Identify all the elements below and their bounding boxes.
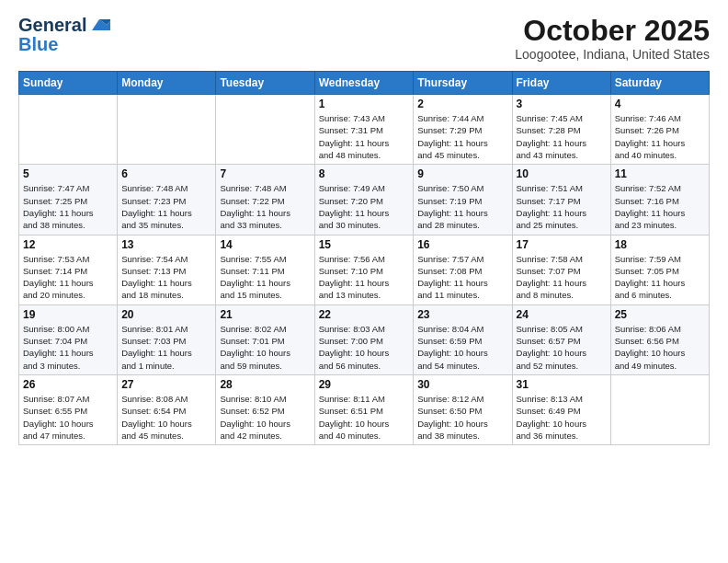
calendar-cell: 22Sunrise: 8:03 AMSunset: 7:00 PMDayligh… [314,304,414,374]
header-friday: Friday [512,72,610,95]
day-number: 14 [220,238,310,251]
calendar-cell: 6Sunrise: 7:48 AMSunset: 7:23 PMDaylight… [118,165,216,235]
day-number: 1 [319,98,410,110]
calendar-cell: 9Sunrise: 7:50 AMSunset: 7:19 PMDaylight… [414,165,512,235]
header-saturday: Saturday [610,72,709,95]
day-info: Sunrise: 7:48 AMSunset: 7:22 PMDaylight:… [220,182,310,231]
day-number: 25 [615,308,705,321]
day-number: 13 [121,238,211,251]
calendar-cell: 13Sunrise: 7:54 AMSunset: 7:13 PMDayligh… [118,235,216,304]
day-number: 23 [417,308,507,321]
day-info: Sunrise: 8:04 AMSunset: 6:59 PMDaylight:… [417,323,507,372]
day-info: Sunrise: 7:52 AMSunset: 7:16 PMDaylight:… [615,182,705,231]
day-number: 30 [417,378,507,391]
calendar-header-row: Sunday Monday Tuesday Wednesday Thursday… [19,72,710,95]
day-number: 18 [615,238,705,251]
day-info: Sunrise: 7:43 AMSunset: 7:31 PMDaylight:… [319,112,410,161]
calendar-cell [19,95,118,165]
calendar-cell: 23Sunrise: 8:04 AMSunset: 6:59 PMDayligh… [414,304,512,374]
day-info: Sunrise: 8:08 AMSunset: 6:54 PMDaylight:… [121,393,211,442]
day-number: 29 [319,378,410,391]
calendar-cell: 7Sunrise: 7:48 AMSunset: 7:22 PMDaylight… [216,165,314,235]
calendar-cell: 17Sunrise: 7:58 AMSunset: 7:07 PMDayligh… [512,235,610,304]
calendar-cell: 15Sunrise: 7:56 AMSunset: 7:10 PMDayligh… [314,235,414,304]
day-number: 16 [417,238,507,251]
day-number: 20 [121,308,211,321]
calendar-cell: 27Sunrise: 8:08 AMSunset: 6:54 PMDayligh… [118,374,216,444]
day-number: 21 [220,308,310,321]
week-row-3: 12Sunrise: 7:53 AMSunset: 7:14 PMDayligh… [19,235,710,304]
calendar-cell: 11Sunrise: 7:52 AMSunset: 7:16 PMDayligh… [610,165,709,235]
day-number: 2 [417,98,507,110]
day-info: Sunrise: 7:44 AMSunset: 7:29 PMDaylight:… [417,112,507,161]
day-number: 3 [517,98,607,110]
day-number: 4 [615,98,705,110]
day-info: Sunrise: 7:50 AMSunset: 7:19 PMDaylight:… [417,182,507,231]
day-number: 6 [121,167,211,180]
day-info: Sunrise: 7:51 AMSunset: 7:17 PMDaylight:… [517,182,607,231]
day-number: 8 [319,167,410,180]
calendar-cell: 8Sunrise: 7:49 AMSunset: 7:20 PMDaylight… [314,165,414,235]
day-number: 9 [417,167,507,180]
day-number: 7 [220,167,310,180]
calendar-cell: 4Sunrise: 7:46 AMSunset: 7:26 PMDaylight… [610,95,709,165]
day-number: 27 [121,378,211,391]
calendar-cell: 19Sunrise: 8:00 AMSunset: 7:04 PMDayligh… [19,304,118,374]
calendar-cell: 12Sunrise: 7:53 AMSunset: 7:14 PMDayligh… [19,235,118,304]
header-thursday: Thursday [414,72,512,95]
day-info: Sunrise: 7:45 AMSunset: 7:28 PMDaylight:… [517,112,607,161]
calendar-cell: 26Sunrise: 8:07 AMSunset: 6:55 PMDayligh… [19,374,118,444]
calendar-cell: 5Sunrise: 7:47 AMSunset: 7:25 PMDaylight… [19,165,118,235]
day-info: Sunrise: 8:03 AMSunset: 7:00 PMDaylight:… [319,323,410,372]
week-row-5: 26Sunrise: 8:07 AMSunset: 6:55 PMDayligh… [19,374,710,444]
calendar-cell: 20Sunrise: 8:01 AMSunset: 7:03 PMDayligh… [118,304,216,374]
logo-general: General [18,15,86,36]
day-info: Sunrise: 7:47 AMSunset: 7:25 PMDaylight:… [23,182,113,231]
calendar-cell: 21Sunrise: 8:02 AMSunset: 7:01 PMDayligh… [216,304,314,374]
calendar-cell: 10Sunrise: 7:51 AMSunset: 7:17 PMDayligh… [512,165,610,235]
logo-icon [88,17,110,34]
day-info: Sunrise: 7:48 AMSunset: 7:23 PMDaylight:… [121,182,211,231]
day-number: 12 [23,238,113,251]
calendar-table: Sunday Monday Tuesday Wednesday Thursday… [18,71,710,445]
header: General Blue October 2025 Loogootee, Ind… [18,15,710,62]
day-info: Sunrise: 7:54 AMSunset: 7:13 PMDaylight:… [121,253,211,302]
day-info: Sunrise: 8:06 AMSunset: 6:56 PMDaylight:… [615,323,705,372]
day-info: Sunrise: 8:11 AMSunset: 6:51 PMDaylight:… [319,393,410,442]
week-row-1: 1Sunrise: 7:43 AMSunset: 7:31 PMDaylight… [19,95,710,165]
logo-blue: Blue [18,34,58,55]
day-number: 17 [517,238,607,251]
day-info: Sunrise: 8:10 AMSunset: 6:52 PMDaylight:… [220,393,310,442]
day-info: Sunrise: 7:58 AMSunset: 7:07 PMDaylight:… [517,253,607,302]
day-info: Sunrise: 8:02 AMSunset: 7:01 PMDaylight:… [220,323,310,372]
calendar-cell: 30Sunrise: 8:12 AMSunset: 6:50 PMDayligh… [414,374,512,444]
day-info: Sunrise: 7:57 AMSunset: 7:08 PMDaylight:… [417,253,507,302]
page: General Blue October 2025 Loogootee, Ind… [0,0,728,563]
calendar-cell: 18Sunrise: 7:59 AMSunset: 7:05 PMDayligh… [610,235,709,304]
header-monday: Monday [118,72,216,95]
day-info: Sunrise: 7:59 AMSunset: 7:05 PMDaylight:… [615,253,705,302]
calendar-cell: 16Sunrise: 7:57 AMSunset: 7:08 PMDayligh… [414,235,512,304]
calendar-cell [216,95,314,165]
title-area: October 2025 Loogootee, Indiana, United … [515,15,710,62]
day-info: Sunrise: 8:00 AMSunset: 7:04 PMDaylight:… [23,323,113,372]
day-info: Sunrise: 7:56 AMSunset: 7:10 PMDaylight:… [319,253,410,302]
day-number: 19 [23,308,113,321]
day-number: 15 [319,238,410,251]
calendar-cell: 29Sunrise: 8:11 AMSunset: 6:51 PMDayligh… [314,374,414,444]
day-number: 26 [23,378,113,391]
calendar-cell: 31Sunrise: 8:13 AMSunset: 6:49 PMDayligh… [512,374,610,444]
day-info: Sunrise: 7:49 AMSunset: 7:20 PMDaylight:… [319,182,410,231]
day-number: 24 [517,308,607,321]
day-number: 5 [23,167,113,180]
calendar-cell: 1Sunrise: 7:43 AMSunset: 7:31 PMDaylight… [314,95,414,165]
day-info: Sunrise: 8:05 AMSunset: 6:57 PMDaylight:… [517,323,607,372]
calendar-cell: 2Sunrise: 7:44 AMSunset: 7:29 PMDaylight… [414,95,512,165]
day-info: Sunrise: 8:13 AMSunset: 6:49 PMDaylight:… [517,393,607,442]
month-title: October 2025 [515,15,710,47]
day-info: Sunrise: 7:55 AMSunset: 7:11 PMDaylight:… [220,253,310,302]
calendar-cell: 25Sunrise: 8:06 AMSunset: 6:56 PMDayligh… [610,304,709,374]
day-number: 28 [220,378,310,391]
week-row-2: 5Sunrise: 7:47 AMSunset: 7:25 PMDaylight… [19,165,710,235]
calendar-cell [118,95,216,165]
